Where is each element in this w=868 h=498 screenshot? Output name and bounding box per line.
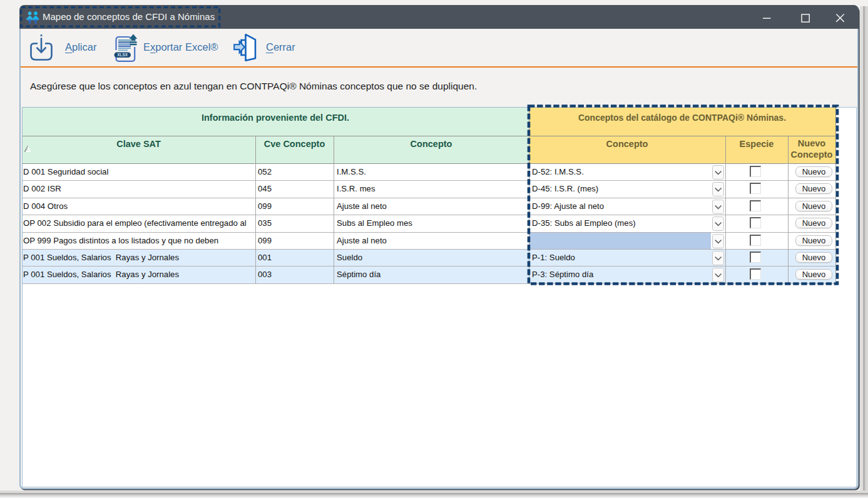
svg-text:XLSX: XLSX <box>117 53 128 57</box>
